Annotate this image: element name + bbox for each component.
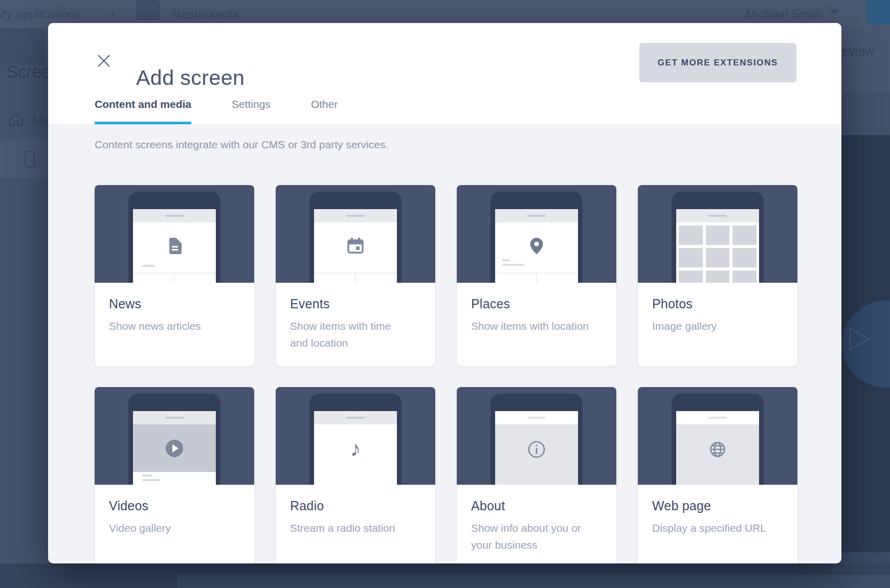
screen-type-card-radio[interactable]: ♪RadioStream a radio station <box>276 387 435 563</box>
card-title: Places <box>471 297 602 311</box>
photo-tile <box>679 225 703 245</box>
modal-header: Add screen GET MORE EXTENSIONS Content a… <box>48 23 841 125</box>
phone-mockup <box>457 387 616 485</box>
modal-title: Add screen <box>136 66 244 90</box>
phone-statusbar <box>676 209 759 222</box>
screen-outline-icon <box>25 151 35 168</box>
user-menu-caret-icon <box>830 9 839 15</box>
phone-mockup <box>276 185 435 283</box>
statusbar-line <box>708 417 727 419</box>
video-thumbnail <box>133 424 216 472</box>
card-body: PlacesShow items with location <box>457 283 616 334</box>
list-columns <box>495 273 578 283</box>
calendar-icon <box>347 238 364 256</box>
screen-type-card-photos[interactable]: PhotosImage gallery <box>638 185 797 366</box>
app-canvas: My applications › Restaurants Michael Sm… <box>0 0 890 588</box>
modal-content: Content screens integrate with our CMS o… <box>48 125 841 563</box>
photo-grid-icon <box>679 225 756 283</box>
breadcrumb-root: My applications <box>0 7 80 21</box>
phone-statusbar <box>133 411 216 424</box>
card-subtitle: Show items with location <box>471 318 589 334</box>
phone-mockup <box>95 387 254 485</box>
screen-type-card-news[interactable]: NewsShow news articles <box>95 185 254 366</box>
background-list-row <box>0 139 48 179</box>
photo-tile <box>706 270 730 283</box>
photo-tile <box>679 248 703 267</box>
phone-statusbar <box>495 209 578 222</box>
background-divider <box>176 563 177 588</box>
phone-mockup <box>95 185 254 283</box>
statusbar-line <box>346 417 365 419</box>
music-note-icon: ♪ <box>350 437 361 461</box>
photo-tile <box>732 248 756 267</box>
breadcrumb-chevron-icon: › <box>110 6 115 20</box>
screen-type-card-places[interactable]: PlacesShow items with location <box>457 185 616 366</box>
screen-body <box>133 222 216 283</box>
phone-screen <box>495 411 578 485</box>
tab-content-and-media[interactable]: Content and media <box>95 98 191 124</box>
photo-tile <box>732 270 756 283</box>
phone-frame: ♪ <box>309 394 402 485</box>
statusbar-line <box>708 215 727 217</box>
screen-body <box>495 222 578 283</box>
card-title: Videos <box>109 499 240 513</box>
placeholder-line <box>142 265 155 267</box>
card-subtitle: Stream a radio station <box>290 519 408 536</box>
tab-settings[interactable]: Settings <box>232 98 271 124</box>
card-title: About <box>471 499 602 513</box>
screen-body <box>676 222 759 283</box>
screen-type-card-webpage[interactable]: Web pageDisplay a specified URL <box>638 387 797 563</box>
photo-tile <box>732 225 756 245</box>
tab-other[interactable]: Other <box>311 98 338 124</box>
globe-icon <box>709 441 726 460</box>
card-body: VideosVideo gallery <box>95 485 254 536</box>
map-pin-icon <box>530 238 543 256</box>
phone-screen <box>676 209 759 283</box>
phone-mockup <box>638 387 797 485</box>
phone-screen <box>495 209 578 283</box>
card-title: Radio <box>290 499 421 513</box>
card-subtitle: Show news articles <box>109 318 227 334</box>
screen-type-card-about[interactable]: AboutShow info about you or your busines… <box>457 387 616 563</box>
phone-frame <box>128 192 220 283</box>
placeholder-line <box>502 264 524 266</box>
phone-frame <box>491 394 583 485</box>
phone-mockup <box>457 185 616 283</box>
phone-screen <box>676 411 759 485</box>
statusbar-line <box>527 417 546 419</box>
get-more-extensions-button[interactable]: GET MORE EXTENSIONS <box>639 43 796 82</box>
statusbar-line <box>165 417 184 419</box>
phone-frame <box>309 192 402 283</box>
screen-body: ♪ <box>314 424 397 485</box>
play-outline-icon <box>848 326 871 352</box>
screen-body <box>314 222 397 283</box>
close-icon[interactable] <box>95 52 113 70</box>
card-body: RadioStream a radio station <box>276 485 435 536</box>
phone-frame <box>491 192 583 283</box>
card-title: Web page <box>652 499 783 513</box>
screen-type-grid: NewsShow news articlesEventsShow items w… <box>95 185 797 563</box>
background-right-strip <box>841 28 890 92</box>
placeholder-line <box>142 479 161 481</box>
card-title: Events <box>290 297 421 311</box>
photo-tile <box>706 225 730 245</box>
photo-tile <box>706 248 730 267</box>
phone-statusbar <box>314 209 397 222</box>
placeholder-line <box>502 259 510 261</box>
screen-type-card-videos[interactable]: VideosVideo gallery <box>95 387 254 563</box>
background-bottom-band <box>177 575 890 588</box>
info-icon <box>528 441 545 460</box>
card-subtitle: Video gallery <box>109 519 227 536</box>
screen-body <box>676 424 759 485</box>
statusbar-line <box>165 215 184 217</box>
phone-statusbar <box>676 411 759 424</box>
phone-screen <box>133 411 216 485</box>
content-intro-text: Content screens integrate with our CMS o… <box>95 139 388 151</box>
card-body: Web pageDisplay a specified URL <box>638 485 797 536</box>
screen-type-card-events[interactable]: EventsShow items with time and location <box>276 185 435 366</box>
phone-statusbar <box>314 411 397 424</box>
card-title: Photos <box>652 297 783 311</box>
background-topright-button <box>866 0 890 25</box>
screen-body <box>133 424 216 485</box>
modal-tabs: Content and media Settings Other <box>95 98 378 124</box>
